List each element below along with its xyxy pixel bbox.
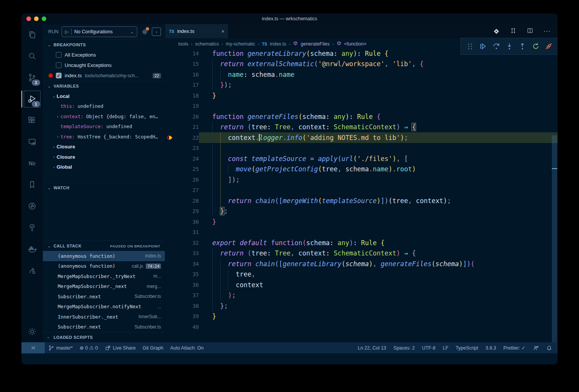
status-item-remote-icon[interactable]	[21, 342, 45, 353]
watch-section-header[interactable]: ⌄ WATCH	[43, 182, 165, 193]
activity-bar-item-search[interactable]	[21, 46, 43, 67]
start-debug-icon[interactable]: ▷	[65, 29, 68, 34]
breadcrumb-item[interactable]: <function>	[344, 41, 366, 47]
code-line-17[interactable]: 17});	[165, 80, 558, 91]
call-stack-frame[interactable]: MergeMapSubscriber._tryNextm...	[43, 271, 165, 281]
code-line-33[interactable]: 33return (tree: Tree, context: Schematic…	[165, 248, 558, 259]
variable-row[interactable]: this:undefined	[43, 101, 165, 112]
code-line-26[interactable]: 26]);	[165, 174, 558, 185]
editor-scrollbar[interactable]	[552, 135, 557, 342]
code-line-34[interactable]: 34return chain([generateLibrary(schema),…	[165, 259, 558, 269]
variables-scope-row[interactable]: ›Closure	[43, 142, 165, 152]
code-line-38[interactable]: 38};	[165, 301, 558, 311]
activity-bar-item-explorer[interactable]	[21, 24, 43, 46]
code-line-36[interactable]: 36context	[165, 280, 558, 290]
status-item-lf[interactable]: LF	[443, 345, 449, 351]
compare-icon[interactable]	[510, 27, 517, 36]
restart-icon[interactable]	[531, 42, 540, 51]
launch-configuration-dropdown[interactable]: ▷ No Configurations ⌄	[62, 26, 137, 37]
call-stack-section-header[interactable]: ⌄ CALL STACK PAUSED ON BREAKPOINT	[43, 241, 165, 251]
activity-bar-item-source-control[interactable]: 3	[21, 67, 43, 88]
variables-scope-row[interactable]: ›Closure	[43, 152, 165, 162]
gutter-breakpoint-column[interactable]	[165, 134, 176, 141]
code-line-24[interactable]: 24const templateSource = apply(url('./fi…	[165, 153, 558, 164]
status-item-prettier[interactable]: Prettier: ✓	[503, 345, 525, 351]
code-line-29[interactable]: 29};	[165, 206, 558, 217]
step-over-icon[interactable]	[492, 42, 501, 51]
open-debug-console-button[interactable]: ›	[152, 28, 161, 36]
code-line-30[interactable]: 30}	[165, 216, 558, 227]
open-changes-icon[interactable]	[493, 28, 500, 35]
activity-bar-item-git-graph[interactable]	[21, 195, 43, 217]
activity-bar-item-test-explorer[interactable]	[21, 217, 43, 238]
code-line-19[interactable]: 19	[165, 101, 558, 112]
variables-scope-row[interactable]: ›Global	[43, 162, 165, 172]
status-item-spaces-2[interactable]: Spaces: 2	[394, 345, 415, 351]
activity-bar-item-live-share[interactable]	[21, 260, 43, 281]
status-item-typescript[interactable]: TypeScript	[455, 345, 478, 351]
breadcrumb-item[interactable]: generateFiles	[301, 41, 330, 47]
activity-bar-item-nx-console[interactable]: N≥	[21, 153, 43, 174]
breakpoint-checkbox[interactable]	[56, 52, 62, 58]
breakpoint-item[interactable]: Uncaught Exceptions	[43, 60, 165, 70]
code-line-23[interactable]: 23	[165, 143, 558, 154]
code-line-28[interactable]: 28return chain([mergeWith(templateSource…	[165, 195, 558, 206]
close-tab-icon[interactable]: ×	[221, 28, 224, 34]
status-item-live-share[interactable]: Live Share	[101, 342, 139, 353]
disconnect-icon[interactable]	[544, 42, 553, 51]
status-item-0-0[interactable]: ⊗ 0 ⚠ 0	[76, 342, 101, 353]
status-item-git-graph[interactable]: Git Graph	[139, 342, 167, 353]
call-stack-frame[interactable]: MergeMapSubscriber.notifyNext...	[43, 302, 165, 312]
code-line-15[interactable]: 15return externalSchematic('@nrwl/worksp…	[165, 59, 558, 70]
code-line-40[interactable]: 40	[165, 322, 558, 332]
loaded-scripts-section-header[interactable]: › LOADED SCRIPTS	[43, 332, 165, 342]
call-stack-frame[interactable]: Subscriber.nextSubscriber.ts	[43, 291, 165, 302]
status-item-bell-icon[interactable]	[546, 345, 552, 351]
tab-index-ts[interactable]: TS index.ts ×	[165, 24, 229, 38]
activity-bar-item-settings[interactable]	[21, 321, 43, 342]
status-item-3-8-3[interactable]: 3.8.3	[485, 345, 496, 351]
minimize-window-button[interactable]	[34, 16, 39, 21]
split-editor-icon[interactable]	[527, 27, 533, 36]
configure-gear-button[interactable]	[140, 28, 149, 36]
breadcrumb-item[interactable]: index.ts	[270, 41, 286, 47]
variable-row[interactable]: templateSource:undefined	[43, 122, 165, 132]
status-item-utf-8[interactable]: UTF-8	[422, 345, 435, 351]
variable-row[interactable]: ›context:Object {debug: false, en…	[43, 111, 165, 122]
code-line-18[interactable]: 18}	[165, 90, 558, 101]
activity-bar-item-docker[interactable]	[21, 238, 43, 260]
code-area[interactable]: 14function generateLibrary(schema: any):…	[165, 50, 558, 342]
status-item-master[interactable]: master*	[45, 342, 76, 353]
code-line-16[interactable]: 16name: schema.name	[165, 69, 558, 80]
step-into-icon[interactable]	[505, 42, 514, 51]
code-line-25[interactable]: 25move(getProjectConfig(tree, schema.nam…	[165, 164, 558, 175]
continue-icon[interactable]	[478, 42, 488, 51]
breadcrumb-item[interactable]: tools	[178, 41, 188, 47]
code-line-37[interactable]: 37);	[165, 290, 558, 301]
activity-bar-item-extensions[interactable]	[21, 110, 43, 131]
status-item-feedback-icon[interactable]	[533, 345, 539, 351]
breakpoint-item[interactable]: All Exceptions	[43, 50, 165, 60]
activity-bar-item-remote-explorer[interactable]	[21, 131, 43, 153]
status-item-ln-22-col-13[interactable]: Ln 22, Col 13	[358, 345, 386, 351]
status-item-auto-attach-on[interactable]: Auto Attach: On	[167, 342, 207, 353]
breakpoint-checkbox[interactable]: ✓	[56, 73, 62, 78]
variables-scope-row[interactable]: ⌄Local	[43, 91, 165, 101]
activity-bar-item-run-debug[interactable]: 1	[21, 88, 43, 110]
activity-bar-item-bookmarks[interactable]	[21, 174, 43, 195]
call-stack-frame[interactable]: Subscriber.nextSubscriber.ts	[43, 322, 165, 332]
code-line-20[interactable]: 20function generateFiles(schema: any): R…	[165, 111, 558, 122]
call-stack-frame[interactable]: (anonymous function)call.js74:24	[43, 261, 165, 272]
code-line-39[interactable]: 39}	[165, 311, 558, 322]
step-out-icon[interactable]	[518, 42, 527, 51]
call-stack-frame[interactable]: InnerSubscriber._nextInnerSub...	[43, 312, 165, 322]
code-line-32[interactable]: 32export default function(schema: any): …	[165, 237, 558, 248]
breakpoints-section-header[interactable]: ⌄ BREAKPOINTS	[43, 39, 165, 50]
code-line-21[interactable]: 21return (tree: Tree, context: Schematic…	[165, 122, 558, 133]
zoom-window-button[interactable]	[42, 16, 46, 21]
variables-section-header[interactable]: ⌄ VARIABLES	[43, 81, 165, 91]
more-actions-icon[interactable]: ···	[543, 28, 551, 35]
call-stack-frame[interactable]: (anonymous function)index.ts	[43, 251, 165, 261]
breadcrumb-item[interactable]: schematics	[195, 41, 219, 47]
breakpoint-checkbox[interactable]	[56, 62, 62, 68]
